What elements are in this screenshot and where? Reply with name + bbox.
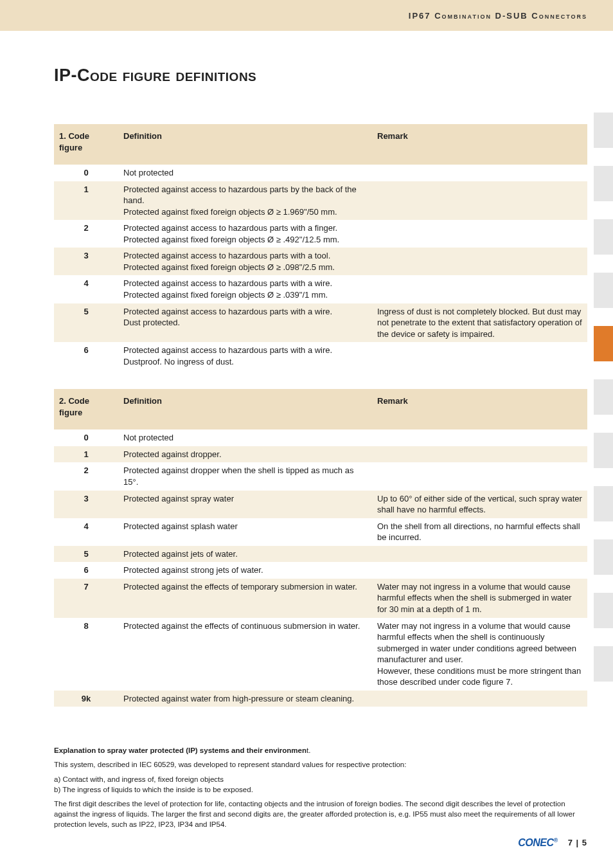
table-row: 6Protected against strong jets of water.	[54, 562, 587, 579]
cell-remark	[372, 546, 587, 563]
cell-remark	[372, 165, 587, 181]
cell-definition: Protected against splash water	[118, 518, 372, 546]
cell-code: 7	[54, 579, 118, 618]
table-row: 4Protected against splash waterOn the sh…	[54, 518, 587, 546]
cell-definition: Not protected	[118, 429, 372, 446]
cell-code: 1	[54, 446, 118, 463]
side-tabs	[594, 113, 613, 682]
cell-remark: Water may not ingress in a volume that w…	[372, 618, 587, 691]
table-row: 0Not protected	[54, 165, 587, 181]
cell-code: 6	[54, 342, 118, 370]
cell-remark: Water may not ingress in a volume that w…	[372, 579, 587, 618]
side-tab[interactable]	[594, 166, 613, 201]
explain-p2: The first digit describes the level of p…	[54, 799, 587, 829]
explain-b: b) The ingress of liquids to which the i…	[54, 784, 587, 795]
cell-remark	[372, 248, 587, 275]
cell-definition: Protected against spray water	[118, 491, 372, 518]
table-row: 1Protected against dropper.	[54, 446, 587, 463]
side-tab[interactable]	[594, 273, 613, 308]
th-remark: Remark	[372, 389, 587, 429]
cell-remark: Ingress of dust is not completely blocke…	[372, 303, 587, 343]
table-row: 2Protected against dropper when the shel…	[54, 462, 587, 490]
cell-remark	[372, 181, 587, 221]
cell-remark	[372, 220, 587, 248]
content: IP-Code figure definitions 1. Code figur…	[0, 31, 613, 829]
cell-code: 2	[54, 220, 118, 248]
cell-code: 6	[54, 562, 118, 579]
cell-remark	[372, 446, 587, 463]
table-code-figure-1: 1. Code figure Definition Remark 0Not pr…	[54, 124, 587, 370]
footer: CONEC® 7 | 5	[518, 837, 587, 849]
table-row: 6Protected against access to hazardous p…	[54, 342, 587, 370]
table-code-figure-2: 2. Code figure Definition Remark 0Not pr…	[54, 389, 587, 707]
cell-definition: Protected against access to hazardous pa…	[118, 248, 372, 275]
explain-heading-bold: Explanation to spray water protected (IP…	[54, 746, 306, 754]
cell-code: 0	[54, 429, 118, 446]
cell-code: 9k	[54, 691, 118, 707]
side-tab[interactable]	[594, 219, 613, 255]
page: IP67 Combination D-SUB Connectors IP-Cod…	[0, 0, 613, 868]
table-row: 1Protected against access to hazardous p…	[54, 181, 587, 221]
explanation-block: Explanation to spray water protected (IP…	[54, 745, 587, 829]
cell-definition: Protected against access to hazardous pa…	[118, 181, 372, 221]
header-category: IP67 Combination D-SUB Connectors	[409, 11, 587, 21]
explain-p1: This system, described in IEC 60529, was…	[54, 759, 587, 770]
cell-remark	[372, 342, 587, 370]
cell-definition: Not protected	[118, 165, 372, 181]
th-definition: Definition	[118, 389, 372, 429]
side-tab[interactable]	[594, 326, 613, 361]
table-row: 9kProtected against water from high-pres…	[54, 691, 587, 707]
side-tab[interactable]	[594, 593, 613, 628]
cell-remark: On the shell from all directions, no har…	[372, 518, 587, 546]
cell-remark	[372, 462, 587, 490]
table-row: 4Protected against access to hazardous p…	[54, 275, 587, 303]
th-code: 2. Code figure	[54, 389, 118, 429]
cell-remark	[372, 691, 587, 707]
side-tab[interactable]	[594, 113, 613, 148]
cell-code: 2	[54, 462, 118, 490]
page-title: IP-Code figure definitions	[54, 66, 587, 86]
table-row: 0Not protected	[54, 429, 587, 446]
th-definition: Definition	[118, 124, 372, 165]
cell-remark	[372, 275, 587, 303]
side-tab[interactable]	[594, 433, 613, 468]
cell-definition: Protected against the effects of tempora…	[118, 579, 372, 618]
header-band: IP67 Combination D-SUB Connectors	[0, 0, 613, 31]
explain-heading: Explanation to spray water protected (IP…	[54, 745, 587, 755]
cell-definition: Protected against strong jets of water.	[118, 562, 372, 579]
cell-code: 3	[54, 248, 118, 275]
table-row: 7Protected against the effects of tempor…	[54, 579, 587, 618]
cell-code: 1	[54, 181, 118, 221]
side-tab[interactable]	[594, 486, 613, 521]
cell-code: 4	[54, 275, 118, 303]
brand-logo: CONEC®	[518, 837, 557, 849]
cell-code: 5	[54, 303, 118, 343]
cell-definition: Protected against access to hazardous pa…	[118, 275, 372, 303]
cell-definition: Protected against the effects of continu…	[118, 618, 372, 691]
table-row: 8Protected against the effects of contin…	[54, 618, 587, 691]
cell-code: 5	[54, 546, 118, 563]
cell-code: 0	[54, 165, 118, 181]
cell-remark	[372, 562, 587, 579]
cell-definition: Protected against access to hazardous pa…	[118, 220, 372, 248]
table-row: 5Protected against access to hazardous p…	[54, 303, 587, 343]
cell-definition: Protected against dropper when the shell…	[118, 462, 372, 490]
cell-code: 4	[54, 518, 118, 546]
side-tab[interactable]	[594, 646, 613, 682]
th-code: 1. Code figure	[54, 124, 118, 165]
cell-code: 3	[54, 491, 118, 518]
table-row: 3Protected against spray waterUp to 60° …	[54, 491, 587, 518]
cell-definition: Protected against dropper.	[118, 446, 372, 463]
cell-definition: Protected against jets of water.	[118, 546, 372, 563]
cell-definition: Protected against access to hazardous pa…	[118, 342, 372, 370]
table-row: 2Protected against access to hazardous p…	[54, 220, 587, 248]
page-number: 7 | 5	[568, 838, 587, 847]
explain-heading-tail: t.	[306, 746, 310, 754]
side-tab[interactable]	[594, 379, 613, 415]
table-row: 5Protected against jets of water.	[54, 546, 587, 563]
side-tab[interactable]	[594, 539, 613, 575]
cell-code: 8	[54, 618, 118, 691]
cell-definition: Protected against water from high-pressu…	[118, 691, 372, 707]
table-row: 3Protected against access to hazardous p…	[54, 248, 587, 275]
th-remark: Remark	[372, 124, 587, 165]
